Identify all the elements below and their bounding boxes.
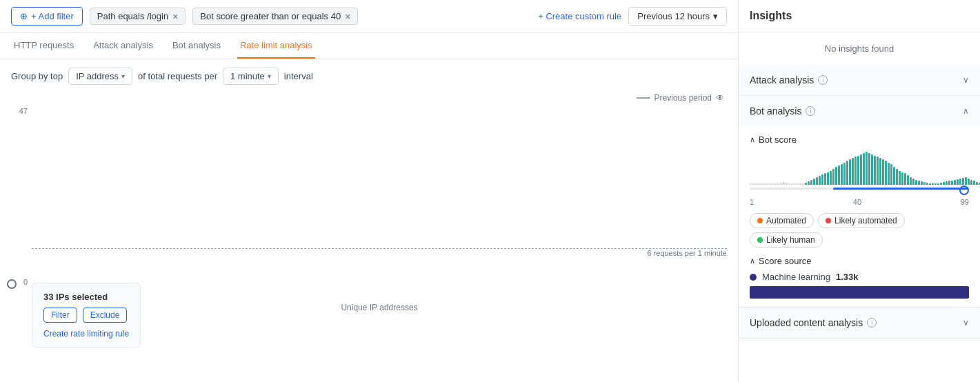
mini-bar	[943, 182, 945, 185]
group-by-selector[interactable]: IP address ▾	[68, 68, 132, 85]
mini-bar	[772, 183, 774, 185]
group-by-chevron-icon: ▾	[121, 72, 125, 80]
interval-value: 1 minute	[230, 71, 265, 81]
uploaded-content-label: Uploaded content analysis	[750, 317, 863, 328]
tab-bot-analysis[interactable]: Bot analysis	[170, 33, 223, 59]
filter-tag-botscore-close[interactable]: ×	[345, 12, 350, 21]
mini-bar	[910, 177, 912, 185]
sidebar: Insights No insights found Attack analys…	[739, 0, 980, 382]
bot-analysis-label: Bot analysis	[750, 105, 801, 117]
chevron-down-icon: ▾	[713, 11, 718, 21]
mini-bar	[863, 153, 865, 185]
tab-rate-limit-analysis[interactable]: Rate limit analysis	[237, 33, 315, 59]
bot-analysis-header[interactable]: Bot analysis i ∧	[739, 96, 980, 126]
ip-count-title: 33 IPs selected	[43, 292, 129, 302]
mini-bar	[970, 180, 972, 185]
automated-dot-icon	[757, 218, 763, 223]
mini-bar	[849, 159, 851, 185]
mini-bar	[932, 183, 934, 185]
mini-bar	[758, 183, 760, 185]
filter-tag-path: Path equals /login ×	[90, 8, 186, 25]
attack-analysis-header[interactable]: Attack analysis i ∨	[739, 65, 980, 95]
interval-chevron-icon: ▾	[268, 72, 271, 80]
tag-likely-human[interactable]: Likely human	[750, 232, 823, 248]
bot-score-mini-chart	[750, 150, 969, 185]
mini-bar	[907, 175, 909, 185]
bot-score-collapse-icon[interactable]: ∧	[750, 135, 755, 144]
bot-analysis-section: Bot analysis i ∧ ∧ Bot score	[739, 96, 980, 308]
score-source-collapse-icon[interactable]: ∧	[750, 257, 755, 265]
mini-bar	[940, 183, 942, 185]
range-label-min: 1	[750, 198, 754, 206]
filter-ips-button[interactable]: Filter	[43, 308, 77, 323]
add-filter-button[interactable]: ⊕ + Add filter	[11, 7, 83, 26]
mini-bar	[957, 179, 959, 185]
mini-bar	[912, 179, 914, 185]
mini-bar	[827, 172, 829, 185]
chart-controls: Group by top IP address ▾ of total reque…	[0, 59, 738, 93]
bot-analysis-info-icon[interactable]: i	[806, 106, 815, 116]
uploaded-content-header[interactable]: Uploaded content analysis i ∨	[739, 308, 980, 338]
mini-bar	[761, 183, 763, 185]
exclude-ips-button[interactable]: Exclude	[83, 308, 128, 323]
tag-likely-automated[interactable]: Likely automated	[818, 213, 905, 228]
interval-selector[interactable]: 1 minute ▾	[223, 68, 279, 85]
mini-bar	[821, 174, 823, 185]
mini-bar	[921, 181, 923, 185]
time-label: Previous 12 hours	[637, 11, 710, 21]
tab-http-requests[interactable]: HTTP requests	[11, 33, 77, 59]
tag-automated[interactable]: Automated	[750, 213, 814, 228]
filter-tag-path-close[interactable]: ×	[172, 12, 178, 21]
bot-score-tags: Automated Likely automated Likely human	[750, 213, 969, 248]
uploaded-content-chevron-icon: ∨	[963, 318, 969, 328]
mini-bar	[774, 183, 777, 185]
mini-bar	[780, 183, 782, 185]
bot-score-range-slider[interactable]	[750, 188, 969, 195]
machine-learning-value: 1.33k	[836, 272, 859, 282]
mini-bar	[824, 173, 826, 185]
mini-bar	[860, 154, 862, 185]
mini-bar	[901, 172, 903, 185]
time-range-selector[interactable]: Previous 12 hours ▾	[628, 7, 727, 26]
tab-bar: HTTP requests Attack analysis Bot analys…	[0, 33, 738, 59]
score-source-title-label: Score source	[759, 256, 812, 266]
mini-bar	[946, 181, 948, 185]
mini-bar	[763, 183, 766, 185]
bar-chart	[32, 121, 727, 300]
mini-bar	[841, 164, 843, 185]
mini-bar	[810, 180, 812, 185]
filter-tag-path-label: Path equals /login	[97, 11, 168, 21]
mini-bar	[882, 159, 884, 185]
mini-bar	[777, 183, 779, 185]
bot-score-title-label: Bot score	[759, 134, 797, 145]
mini-bar	[965, 177, 967, 185]
mini-bar	[852, 158, 854, 185]
mini-bar	[769, 183, 771, 185]
mini-bar	[968, 179, 970, 185]
mini-bar	[948, 181, 950, 185]
mini-bar	[896, 169, 898, 185]
mini-bar	[893, 167, 895, 185]
tab-attack-analysis[interactable]: Attack analysis	[90, 33, 156, 59]
group-by-label: Group by top	[11, 71, 63, 81]
mini-bar	[805, 183, 807, 185]
mini-bar	[794, 183, 796, 185]
interval-suffix-label: interval	[284, 71, 313, 81]
mini-bar	[752, 183, 754, 185]
mini-bar	[929, 183, 931, 185]
uploaded-content-info-icon[interactable]: i	[867, 318, 877, 328]
of-total-label: of total requests per	[138, 71, 217, 81]
mini-bar	[797, 183, 799, 185]
mini-bar	[766, 183, 768, 185]
chart-slider-handle[interactable]	[7, 279, 17, 289]
tag-likely-human-label: Likely human	[766, 235, 815, 245]
create-rate-limiting-rule-link[interactable]: Create rate limiting rule	[43, 329, 129, 339]
y-axis-max: 47	[19, 107, 28, 115]
mini-bar	[918, 181, 920, 185]
mini-bar	[750, 183, 752, 185]
create-custom-rule-button[interactable]: + Create custom rule	[538, 11, 621, 21]
attack-analysis-info-icon[interactable]: i	[818, 75, 828, 85]
mini-bar	[783, 182, 785, 185]
mini-bar	[951, 181, 953, 185]
mini-bar	[816, 177, 818, 185]
